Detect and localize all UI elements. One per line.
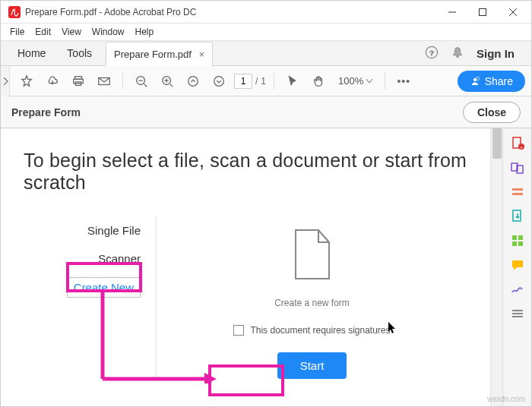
document-tab-label: Prepare Form.pdf (114, 49, 192, 60)
svg-rect-37 (518, 241, 523, 246)
create-pdf-icon[interactable]: + (510, 136, 525, 151)
svg-point-7 (457, 55, 459, 58)
window-minimize-button[interactable] (437, 2, 467, 23)
cursor-icon (388, 322, 397, 334)
share-button[interactable]: Share (458, 71, 525, 92)
workspace: To begin select a file, scan a document … (1, 128, 531, 407)
svg-line-13 (144, 84, 147, 87)
page-down-icon[interactable] (208, 71, 230, 92)
source-options: Single File Scanner Create New (24, 216, 157, 379)
organize-pages-icon[interactable] (510, 233, 525, 248)
headline: To begin select a file, scan a document … (24, 150, 467, 194)
page-indicator: / 1 (234, 74, 266, 89)
window-titlebar: Prepare Form.pdf - Adobe Acrobat Pro DC (1, 1, 531, 24)
option-scanner[interactable]: Scanner (24, 245, 141, 273)
export-pdf-icon[interactable] (510, 209, 525, 224)
svg-text:?: ? (429, 48, 434, 56)
svg-rect-32 (512, 193, 523, 195)
svg-rect-40 (512, 316, 523, 317)
window-title: Prepare Form.pdf - Adobe Acrobat Pro DC (25, 7, 437, 17)
option-create-new[interactable]: Create New (67, 277, 141, 298)
page-up-icon[interactable] (182, 71, 204, 92)
svg-point-20 (214, 76, 224, 86)
svg-rect-34 (512, 235, 517, 240)
tab-home[interactable]: Home (7, 41, 56, 65)
option-single-file[interactable]: Single File (24, 216, 141, 245)
more-tools-icon[interactable]: ••• (393, 71, 414, 92)
more-tools-panel-icon[interactable] (510, 306, 525, 321)
new-file-icon (290, 227, 335, 282)
option-subtext: Create a new form (157, 298, 467, 308)
page-current-input[interactable] (234, 74, 252, 89)
checkbox-icon[interactable] (233, 325, 244, 336)
close-tool-button[interactable]: Close (463, 102, 521, 123)
svg-rect-39 (512, 313, 523, 314)
svg-rect-2 (480, 8, 486, 15)
option-detail-panel: Create a new form This document requires… (157, 216, 467, 379)
tab-tools[interactable]: Tools (56, 41, 103, 65)
signatures-checkbox-row[interactable]: This document requires signatures (157, 325, 467, 336)
document-tab[interactable]: Prepare Form.pdf × (106, 42, 213, 66)
window-close-button[interactable] (498, 2, 528, 23)
vertical-scrollbar[interactable] (490, 128, 502, 407)
zoom-dropdown[interactable]: 100% (334, 75, 377, 87)
start-button[interactable]: Start (277, 352, 347, 379)
menu-help[interactable]: Help (131, 25, 159, 39)
tool-title: Prepare Form (11, 106, 81, 118)
main-toolbar: / 1 100% ••• Share (10, 66, 531, 96)
sidebar-toggle[interactable] (1, 66, 10, 96)
menu-window[interactable]: Window (87, 25, 129, 39)
menu-view[interactable]: View (57, 25, 86, 39)
save-cloud-icon[interactable] (42, 71, 63, 92)
svg-rect-38 (512, 310, 523, 311)
right-tools-panel: + (502, 128, 531, 407)
tab-bar: Home Tools Prepare Form.pdf × ? Sign In (1, 40, 531, 66)
mail-icon[interactable] (93, 71, 115, 92)
fill-sign-icon[interactable] (510, 282, 525, 297)
watermark: wsxdn.com (487, 395, 525, 403)
svg-text:+: + (520, 145, 523, 150)
page-total: 1 (261, 76, 266, 87)
scrollbar-thumb[interactable] (492, 128, 502, 159)
svg-line-16 (170, 84, 173, 87)
sign-in-link[interactable]: Sign In (477, 47, 515, 60)
edit-pdf-icon[interactable] (510, 185, 525, 200)
help-icon[interactable]: ? (425, 46, 439, 62)
selection-tool-icon[interactable] (282, 71, 303, 92)
window-maximize-button[interactable] (467, 2, 498, 23)
menu-bar: File Edit View Window Help (1, 24, 531, 40)
svg-rect-35 (518, 235, 523, 240)
tool-header-bar: Prepare Form Close (1, 96, 531, 128)
menu-file[interactable]: File (5, 25, 29, 39)
hand-tool-icon[interactable] (308, 71, 329, 92)
zoom-in-icon[interactable] (157, 71, 178, 92)
svg-rect-36 (512, 241, 517, 246)
menu-edit[interactable]: Edit (30, 25, 55, 39)
document-tab-close-icon[interactable]: × (199, 49, 204, 60)
star-icon[interactable] (16, 71, 37, 92)
content-area: To begin select a file, scan a document … (1, 128, 490, 407)
svg-point-22 (476, 77, 479, 80)
print-icon[interactable] (68, 71, 89, 92)
svg-point-19 (188, 76, 198, 86)
svg-rect-31 (512, 188, 523, 191)
svg-rect-9 (74, 79, 84, 83)
comment-icon[interactable] (510, 257, 525, 273)
notifications-icon[interactable] (451, 46, 464, 62)
checkbox-label: This document requires signatures (250, 325, 390, 336)
acrobat-app-icon (8, 6, 21, 18)
svg-rect-33 (513, 210, 521, 221)
combine-files-icon[interactable] (510, 160, 525, 175)
zoom-out-icon[interactable] (131, 71, 152, 92)
